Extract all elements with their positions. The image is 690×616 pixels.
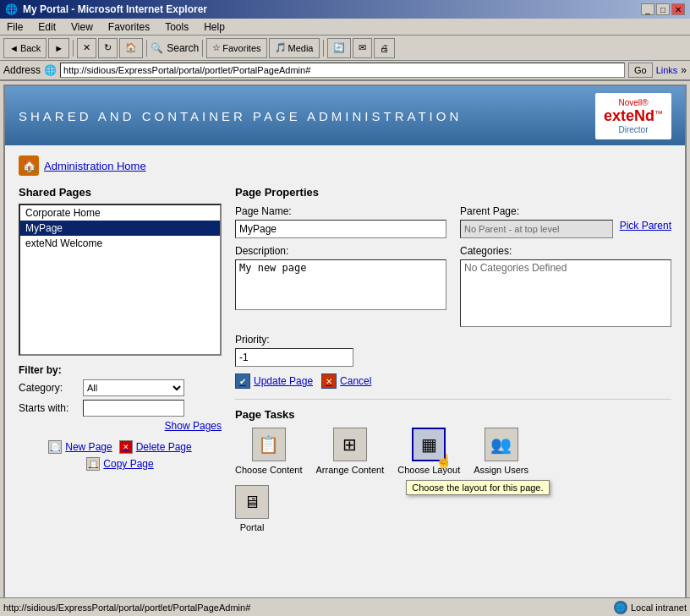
menu-tools[interactable]: Tools — [162, 20, 192, 34]
novell-text: Novell® — [604, 98, 663, 107]
cursor-icon: ☝ — [435, 453, 452, 469]
cancel-button[interactable]: ✕ Cancel — [321, 373, 371, 389]
address-bar: Address 🌐 Go Links » — [0, 61, 690, 81]
menu-file[interactable]: File — [3, 20, 26, 34]
new-page-label: New Page — [65, 441, 112, 453]
menu-help[interactable]: Help — [200, 20, 228, 34]
bottom-buttons: 📄 New Page ✕ Delete Page 📋 Copy Page — [19, 440, 222, 471]
page-item-mypage[interactable]: MyPage — [20, 221, 220, 236]
address-label: Address — [3, 64, 41, 76]
portal-label: Portal — [240, 522, 265, 532]
copy-row: 📋 Copy Page — [19, 457, 222, 471]
portal-icon: 🖥 — [235, 485, 269, 519]
refresh-button[interactable]: ↻ — [98, 38, 118, 58]
categories-col: Categories: No Categories Defined — [460, 245, 671, 327]
update-page-button[interactable]: ✔ Update Page — [235, 373, 313, 389]
choose-content-icon: 📋 — [252, 428, 286, 461]
toolbar-separator-3 — [202, 40, 203, 57]
category-select[interactable]: All Corporate Personal — [83, 379, 184, 396]
parent-page-row: Pick Parent — [460, 220, 671, 238]
category-label: Category: — [19, 382, 78, 394]
task-portal[interactable]: 🖥 Portal — [235, 485, 269, 532]
extend-brand: exteNd — [604, 107, 654, 124]
favorites-button[interactable]: ☆ Favorites — [206, 38, 266, 58]
starts-with-input[interactable] — [83, 400, 184, 417]
choose-content-label: Choose Content — [235, 465, 303, 475]
description-textarea[interactable]: My new page — [235, 259, 446, 310]
menu-view[interactable]: View — [68, 20, 96, 34]
categories-value: No Categories Defined — [464, 262, 567, 274]
maximize-button[interactable]: □ — [656, 3, 670, 15]
copy-page-icon: 📋 — [86, 457, 100, 471]
starts-with-label: Starts with: — [19, 402, 78, 414]
action-buttons: ✔ Update Page ✕ Cancel — [235, 373, 671, 389]
page-body: 🏠 Administration Home Shared Pages Corpo… — [5, 145, 685, 597]
description-label: Description: — [235, 245, 446, 257]
mail-button[interactable]: ✉ — [353, 38, 372, 58]
status-url: http://sidious/ExpressPortal/portal/port… — [3, 602, 614, 613]
task-choose-layout[interactable]: ▦ Choose Layout ☝ Choose the layout for … — [397, 428, 460, 475]
minimize-button[interactable]: _ — [641, 3, 654, 15]
categories-label: Categories: — [460, 245, 671, 257]
arrange-content-label: Arrange Content — [316, 465, 385, 475]
status-zone: Local intranet — [631, 602, 687, 613]
menu-bar: File Edit View Favorites Tools Help — [0, 19, 690, 35]
parent-page-col: Parent Page: Pick Parent — [460, 205, 671, 238]
forward-button[interactable]: ► — [48, 38, 69, 58]
desc-cat-row: Description: My new page Categories: No … — [235, 245, 671, 327]
task-arrange-content[interactable]: ⊞ Arrange Content — [316, 428, 385, 475]
priority-input[interactable] — [235, 348, 353, 367]
cancel-label: Cancel — [340, 375, 371, 387]
name-parent-row: Page Name: Parent Page: Pick Parent — [235, 205, 671, 238]
copy-page-button[interactable]: 📋 Copy Page — [86, 457, 153, 471]
close-button[interactable]: ✕ — [671, 3, 685, 15]
menu-favorites[interactable]: Favorites — [105, 20, 153, 34]
search-area: 🔍 Search — [151, 42, 199, 54]
update-page-icon: ✔ — [235, 373, 250, 389]
links-chevron-icon: » — [681, 64, 687, 76]
menu-edit[interactable]: Edit — [35, 20, 59, 34]
toolbar: ◄ Back ► ✕ ↻ 🏠 🔍 Search ☆ Favorites 🎵 Me… — [0, 35, 690, 61]
go-button[interactable]: Go — [628, 63, 653, 78]
assign-users-label: Assign Users — [474, 465, 528, 475]
shared-pages-list[interactable]: Corporate Home MyPage exteNd Welcome — [19, 204, 222, 356]
status-globe-icon: 🌐 — [614, 601, 627, 614]
links-button[interactable]: Links — [656, 65, 678, 75]
page-tasks-title: Page Tasks — [235, 408, 671, 421]
admin-home-icon: 🏠 — [19, 155, 39, 176]
address-input[interactable] — [60, 63, 625, 78]
delete-page-button[interactable]: ✕ Delete Page — [119, 440, 192, 454]
window-controls: _ □ ✕ — [641, 3, 685, 15]
director-text: Director — [604, 125, 663, 134]
new-page-button[interactable]: 📄 New Page — [48, 440, 112, 454]
page-item-corporate[interactable]: Corporate Home — [20, 205, 220, 221]
page-item-extend[interactable]: exteNd Welcome — [20, 236, 220, 251]
status-bar: http://sidious/ExpressPortal/portal/port… — [0, 597, 690, 616]
filter-starts-row: Starts with: — [19, 400, 222, 417]
history-button[interactable]: 🔄 — [327, 38, 351, 58]
page-name-input[interactable] — [235, 220, 446, 238]
home-button[interactable]: 🏠 — [119, 38, 143, 58]
stop-button[interactable]: ✕ — [77, 38, 96, 58]
arrange-content-icon: ⊞ — [333, 428, 367, 461]
filter-by-label: Filter by: — [19, 364, 222, 376]
copy-page-label: Copy Page — [103, 458, 153, 470]
show-pages-link[interactable]: Show Pages — [19, 420, 222, 432]
admin-home-link[interactable]: Administration Home — [44, 160, 146, 172]
media-button[interactable]: 🎵 Media — [269, 38, 320, 58]
print-button[interactable]: 🖨 — [374, 38, 395, 58]
filter-section: Filter by: Category: All Corporate Perso… — [19, 364, 222, 432]
task-choose-content[interactable]: 📋 Choose Content — [235, 428, 303, 475]
novell-logo: Novell® exteNd™ Director — [595, 93, 671, 139]
task-assign-users[interactable]: 👥 Assign Users — [474, 428, 528, 475]
toolbar-separator-1 — [73, 40, 74, 57]
pick-parent-link[interactable]: Pick Parent — [620, 220, 671, 232]
toolbar-separator-4 — [323, 40, 324, 57]
back-button[interactable]: ◄ Back — [3, 38, 47, 58]
priority-label: Priority: — [235, 334, 671, 346]
search-icon: 🔍 — [151, 42, 163, 54]
search-label: Search — [167, 42, 199, 54]
page-header-title: SHARED AND CONTAINER PAGE ADMINISTRATION — [19, 109, 462, 123]
toolbar-separator-2 — [146, 40, 147, 57]
right-panel: Page Properties Page Name: Parent Page: … — [235, 186, 671, 532]
